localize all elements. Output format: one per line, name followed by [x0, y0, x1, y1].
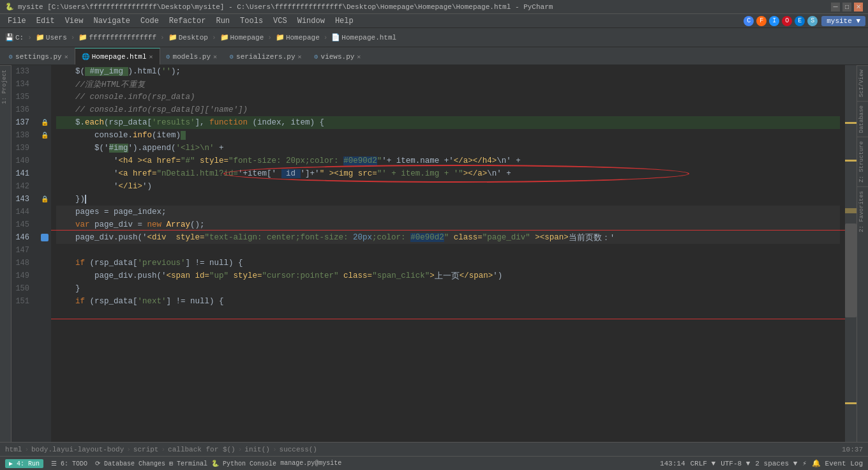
- breadcrumb-fff[interactable]: 📁 ffffffffffffffff: [79, 33, 156, 42]
- line-num-151: 151: [11, 295, 33, 308]
- footer-success[interactable]: success(): [280, 446, 317, 453]
- menu-vcs[interactable]: VCS: [268, 15, 292, 27]
- menu-help[interactable]: Help: [330, 15, 359, 27]
- menu-file[interactable]: File: [3, 15, 31, 27]
- minimize-button[interactable]: ─: [831, 3, 840, 11]
- tab-close-views[interactable]: ✕: [357, 53, 361, 61]
- token-kw: var: [75, 220, 90, 229]
- footer-sep-2: ›: [126, 446, 131, 453]
- tab-close-serializers[interactable]: ✕: [297, 53, 301, 61]
- token-html5: </span>: [460, 271, 493, 280]
- tab-project[interactable]: 1: Project: [0, 65, 11, 108]
- menu-tools[interactable]: Tools: [235, 15, 268, 27]
- breadcrumb-desktop[interactable]: 📁 Desktop: [168, 33, 208, 42]
- code-line-145: var page_div = new Array();: [56, 218, 840, 231]
- cursor-143: [85, 195, 86, 204]
- scrollbar-area[interactable]: [845, 65, 857, 442]
- footer-html[interactable]: html: [5, 446, 22, 453]
- menu-navigate[interactable]: Navigate: [88, 15, 135, 27]
- token: ': [56, 169, 119, 178]
- line-num-138: 138: [11, 129, 33, 142]
- tab-icon-settings: ⚙: [9, 53, 13, 61]
- tab-close-models[interactable]: ✕: [213, 53, 217, 61]
- line-ending[interactable]: CRLF ▼: [691, 460, 716, 467]
- tab-label-views: views.py: [321, 53, 355, 61]
- tab-close-settings[interactable]: ✕: [64, 53, 68, 61]
- tab-icon-models: ⚙: [167, 53, 170, 61]
- footer-sep-1: ›: [24, 446, 29, 453]
- token-string: '': [161, 67, 171, 76]
- token-comment: // console.info(rsp_data): [56, 93, 195, 102]
- tab-models[interactable]: ⚙ models.py ✕: [160, 48, 223, 64]
- tab-database[interactable]: Database: [857, 101, 868, 137]
- footer-body[interactable]: body.layui-layout-body: [31, 446, 124, 453]
- line-num-143: 143: [11, 193, 33, 206]
- token-highlight: #my_img: [85, 67, 128, 76]
- line-num-147: 147: [11, 244, 33, 257]
- manage-py-button[interactable]: manage.py@mysite: [280, 460, 341, 467]
- code-line-135: // console.info(rsp_data): [56, 91, 840, 103]
- python-console-button[interactable]: 🐍 Python Console: [211, 460, 276, 467]
- run-panel-button[interactable]: ▶ 4: Run: [5, 459, 43, 468]
- tab-views[interactable]: ⚙ views.py ✕: [308, 48, 368, 64]
- token: (rsp_data[: [85, 259, 138, 268]
- indent[interactable]: 2 spaces ▼: [755, 460, 797, 467]
- menu-edit[interactable]: Edit: [31, 15, 60, 27]
- menu-refactor[interactable]: Refactor: [164, 15, 211, 27]
- code-content[interactable]: $( #my_img ).html(''); //渲染HTML不重复 // co…: [51, 65, 845, 442]
- browser-icon-opera[interactable]: O: [782, 16, 792, 26]
- breadcrumb-homepage2[interactable]: 📁 Homepage: [276, 33, 320, 42]
- tab-settings[interactable]: ⚙ settings.py ✕: [3, 48, 75, 64]
- token-html2: class=: [449, 233, 483, 242]
- tab-serializers[interactable]: ⚙ serializers.py ✕: [223, 48, 308, 64]
- title-bar-left: 🐍 mysite [C:\Users\ffffffffffffffff\Desk…: [5, 3, 553, 11]
- terminal-button[interactable]: ⊞ Terminal: [169, 460, 207, 467]
- line-num-133: 133: [11, 65, 33, 78]
- menu-run[interactable]: Run: [211, 15, 235, 27]
- tab-favorites[interactable]: 2: Favorites: [857, 186, 868, 236]
- browser-icon-firefox[interactable]: F: [756, 16, 767, 26]
- profile-button[interactable]: mysite ▼: [821, 16, 865, 26]
- tab-homepage[interactable]: 🌐 Homepage.html ✕: [75, 48, 160, 64]
- close-button[interactable]: ✕: [854, 3, 863, 11]
- gutter-147: [38, 244, 51, 257]
- breakpoint-146[interactable]: [41, 234, 49, 241]
- tab-structure[interactable]: Z: Structure: [857, 137, 868, 186]
- tab-close-homepage[interactable]: ✕: [149, 53, 153, 61]
- breadcrumb-c[interactable]: 💾 C:: [5, 33, 24, 42]
- gutter-141: [38, 167, 51, 180]
- token-chinese2: 上一页: [435, 271, 460, 282]
- event-log-button[interactable]: 🔔 Event Log: [812, 459, 863, 467]
- footer-callback[interactable]: callback for $(): [168, 446, 236, 453]
- footer-init[interactable]: init(): [244, 446, 270, 453]
- breadcrumb-homepage1[interactable]: 📁 Homepage: [220, 33, 264, 42]
- maximize-button[interactable]: □: [842, 3, 851, 11]
- token: [56, 220, 75, 229]
- menu-view[interactable]: View: [60, 15, 89, 27]
- browser-icon-chrome[interactable]: C: [744, 16, 754, 26]
- todo-panel-button[interactable]: ☰ 6: TODO: [47, 459, 91, 468]
- scroll-thumb[interactable]: [845, 224, 857, 318]
- token-new: new: [147, 220, 162, 229]
- token: [161, 220, 167, 229]
- footer-script[interactable]: script: [133, 446, 159, 453]
- breadcrumb-htmlfile[interactable]: 📄 Homepage.html: [331, 33, 396, 42]
- browser-icon-ie[interactable]: I: [769, 16, 779, 26]
- tab-sciview[interactable]: ScI/View: [857, 65, 868, 101]
- gutter-134: [38, 78, 51, 91]
- menu-window[interactable]: Window: [292, 15, 330, 27]
- encoding[interactable]: UTF-8 ▼: [721, 460, 750, 467]
- token-chinese: 当前页数：': [569, 232, 615, 243]
- breadcrumb-users[interactable]: 📁 Users: [36, 33, 67, 42]
- cursor-position: 143:14: [660, 460, 685, 467]
- token-keyword: function: [209, 118, 248, 127]
- footer-sep-5: ›: [273, 446, 277, 453]
- token-html: <div style=: [147, 233, 205, 242]
- browser-icon-edge[interactable]: E: [795, 16, 805, 26]
- line-num-137: 137: [11, 116, 33, 129]
- db-changes-button[interactable]: ⟳ Database Changes: [95, 460, 165, 467]
- browser-icon-safari[interactable]: S: [807, 16, 818, 26]
- menu-code[interactable]: Code: [135, 15, 164, 27]
- code-line-151: if (rsp_data['next'] != null) {: [56, 295, 840, 308]
- token-str: '<li>\n': [176, 144, 214, 153]
